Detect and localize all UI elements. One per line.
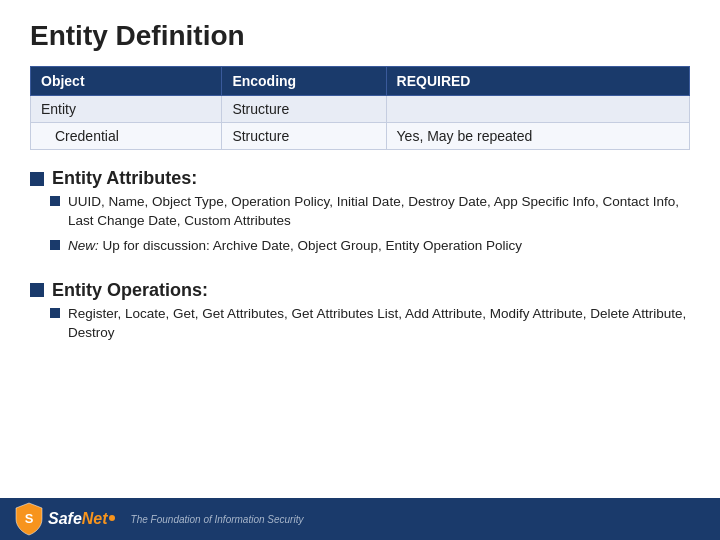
logo-net-text: Net bbox=[82, 510, 108, 528]
col-header-encoding: Encoding bbox=[222, 67, 386, 96]
sub-bullet-icon bbox=[50, 308, 60, 318]
col-header-object: Object bbox=[31, 67, 222, 96]
row2-object: Credential bbox=[31, 123, 222, 150]
table-row: Credential Structure Yes, May be repeate… bbox=[31, 123, 690, 150]
row1-object: Entity bbox=[31, 96, 222, 123]
svg-text:S: S bbox=[25, 511, 34, 526]
list-item: UUID, Name, Object Type, Operation Polic… bbox=[50, 193, 690, 231]
sub-item-body: Up for discussion: Archive Date, Object … bbox=[103, 238, 522, 253]
section-heading-attributes: Entity Attributes: bbox=[30, 168, 690, 189]
row2-required: Yes, May be repeated bbox=[386, 123, 689, 150]
definition-table: Object Encoding REQUIRED Entity Structur… bbox=[30, 66, 690, 150]
section-heading-operations: Entity Operations: bbox=[30, 280, 690, 301]
section-bullet-icon bbox=[30, 172, 44, 186]
content-area: Entity Attributes: UUID, Name, Object Ty… bbox=[30, 168, 690, 530]
logo: S SafeNet bbox=[14, 502, 115, 536]
sub-item-text: New: Up for discussion: Archive Date, Ob… bbox=[68, 237, 690, 256]
logo-dot bbox=[109, 515, 115, 521]
section-bullet-icon bbox=[30, 283, 44, 297]
sub-item-text: UUID, Name, Object Type, Operation Polic… bbox=[68, 193, 690, 231]
list-item: New: Up for discussion: Archive Date, Ob… bbox=[50, 237, 690, 256]
table-row: Entity Structure bbox=[31, 96, 690, 123]
section-entity-attributes: Entity Attributes: UUID, Name, Object Ty… bbox=[30, 168, 690, 262]
section-heading-label: Entity Operations: bbox=[52, 280, 208, 301]
footer-tagline: The Foundation of Information Security bbox=[131, 514, 304, 525]
page-title: Entity Definition bbox=[30, 20, 690, 52]
sub-bullet-icon bbox=[50, 196, 60, 206]
footer: S SafeNet The Foundation of Information … bbox=[0, 498, 720, 540]
italic-prefix: New: bbox=[68, 238, 99, 253]
section-heading-label: Entity Attributes: bbox=[52, 168, 197, 189]
row1-encoding: Structure bbox=[222, 96, 386, 123]
sub-item-text: Register, Locate, Get, Get Attributes, G… bbox=[68, 305, 690, 343]
section-entity-operations: Entity Operations: Register, Locate, Get… bbox=[30, 280, 690, 349]
col-header-required: REQUIRED bbox=[386, 67, 689, 96]
sub-bullet-icon bbox=[50, 240, 60, 250]
table-header-row: Object Encoding REQUIRED bbox=[31, 67, 690, 96]
page-container: Entity Definition Object Encoding REQUIR… bbox=[0, 0, 720, 540]
row2-encoding: Structure bbox=[222, 123, 386, 150]
shield-icon: S bbox=[14, 502, 44, 536]
logo-safe-text: Safe bbox=[48, 510, 82, 528]
list-item: Register, Locate, Get, Get Attributes, G… bbox=[50, 305, 690, 343]
row1-required bbox=[386, 96, 689, 123]
